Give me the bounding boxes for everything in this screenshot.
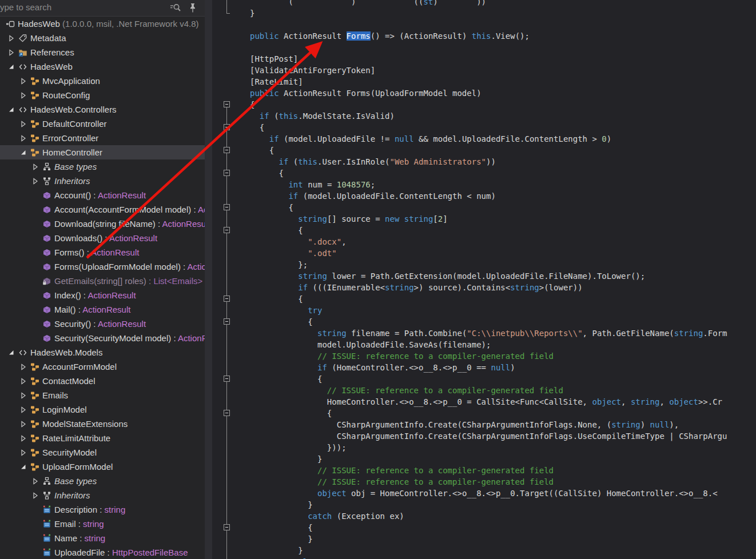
fold-collapse-marker[interactable]: [224, 170, 230, 176]
expander-collapsed-icon[interactable]: [19, 448, 30, 457]
code-line[interactable]: string lower = Path.GetExtension(model.U…: [212, 270, 756, 282]
fold-collapse-marker[interactable]: [224, 101, 230, 107]
code-line[interactable]: {: [212, 145, 756, 156]
code-line[interactable]: // ISSUE: reference to a compiler-genera…: [212, 385, 756, 396]
tree-item-name[interactable]: Name : string: [0, 531, 205, 545]
tree-item-hadesweb[interactable]: HadesWeb: [0, 59, 205, 74]
code-line[interactable]: }: [212, 545, 756, 556]
pin-icon[interactable]: [186, 2, 199, 14]
expander-collapsed-icon[interactable]: [19, 362, 30, 372]
code-line[interactable]: {: [212, 99, 756, 110]
code-line[interactable]: else: [212, 556, 756, 559]
code-line[interactable]: try: [212, 305, 756, 316]
tree-item-loginmodel[interactable]: LoginModel: [0, 402, 205, 417]
expander-expanded-icon[interactable]: [7, 105, 18, 114]
fold-collapse-marker[interactable]: [224, 524, 230, 530]
code-line[interactable]: string[] source = new string[2]: [212, 213, 756, 225]
tree-item-accountformmodel[interactable]: AccountFormModel: [0, 360, 205, 374]
expander-collapsed-icon[interactable]: [7, 34, 18, 43]
search-options-icon[interactable]: [169, 2, 182, 14]
expander-collapsed-icon[interactable]: [31, 477, 42, 486]
pane-splitter[interactable]: [205, 0, 212, 559]
tree-item-account[interactable]: Account() : ActionResult: [0, 188, 205, 202]
tree-item-inheritors[interactable]: Inheritors: [0, 174, 205, 188]
tree-item-emails[interactable]: Emails: [0, 388, 205, 402]
fold-collapse-marker[interactable]: [224, 318, 230, 325]
tree-item-homecontroller[interactable]: HomeController: [0, 145, 205, 159]
code-line[interactable]: }: [212, 453, 756, 465]
expander-expanded-icon[interactable]: [19, 462, 30, 472]
code-line[interactable]: [HttpPost]: [212, 53, 756, 65]
tree-item-errorcontroller[interactable]: ErrorController: [0, 131, 205, 145]
code-line[interactable]: if (model.UploadedFile != null && model.…: [212, 133, 756, 145]
fold-collapse-marker[interactable]: [224, 227, 230, 233]
code-line[interactable]: }));: [212, 442, 756, 453]
tree-item-hadesweb[interactable]: HadesWeb (1.0.0.0, msil, .Net Framework …: [0, 17, 205, 31]
tree-item-account-accountformmodel-model[interactable]: Account(AccountFormModel model) : Action…: [0, 202, 205, 217]
code-line[interactable]: ".docx",: [212, 236, 756, 247]
expander-collapsed-icon[interactable]: [31, 177, 42, 186]
code-line[interactable]: string filename = Path.Combine("C:\\inet…: [212, 328, 756, 339]
tree-item-metadata[interactable]: Metadata: [0, 31, 205, 45]
tree-item-securitymodel[interactable]: SecurityModel: [0, 445, 205, 460]
tree-item-modelstateextensions[interactable]: ModelStateExtensions: [0, 417, 205, 431]
expander-collapsed-icon[interactable]: [19, 119, 30, 129]
expander-collapsed-icon[interactable]: [19, 434, 30, 443]
tree-item-contactmodel[interactable]: ContactModel: [0, 374, 205, 388]
expander-collapsed-icon[interactable]: [19, 77, 30, 86]
code-line[interactable]: // ISSUE: reference to a compiler-genera…: [212, 465, 756, 476]
tree-item-forms-uploadformmodel-model[interactable]: Forms(UploadFormModel model) : ActionRes…: [0, 259, 205, 274]
code-line[interactable]: if (model.UploadedFile.ContentLength < n…: [212, 190, 756, 202]
tree-item-references[interactable]: References: [0, 45, 205, 59]
code-line[interactable]: {: [212, 202, 756, 213]
expander-collapsed-icon[interactable]: [19, 91, 30, 100]
code-line[interactable]: object obj = HomeController.<>o__8.<>p__…: [212, 488, 756, 499]
tree-item-getemails-string-roles[interactable]: GetEmails(string[] roles) : List<Emails>: [0, 274, 205, 288]
tree-item-hadesweb-models[interactable]: HadesWeb.Models: [0, 345, 205, 360]
tree-item-email[interactable]: Email : string: [0, 517, 205, 531]
code-line[interactable]: if (this.User.IsInRole("Web Administrato…: [212, 156, 756, 167]
tree-item-download-string-filename[interactable]: Download(string fileName) : ActionResult: [0, 217, 205, 231]
code-line[interactable]: {: [212, 522, 756, 533]
code-line[interactable]: // ISSUE: reference to a compiler-genera…: [212, 476, 756, 488]
tree-item-uploadformmodel[interactable]: UploadFormModel: [0, 460, 205, 474]
expander-expanded-icon[interactable]: [7, 62, 18, 71]
tree-item-mvcapplication[interactable]: MvcApplication: [0, 74, 205, 88]
expander-collapsed-icon[interactable]: [7, 48, 18, 57]
expander-collapsed-icon[interactable]: [19, 391, 30, 400]
expander-collapsed-icon[interactable]: [19, 377, 30, 386]
code-line[interactable]: HomeController.<>o__8.<>p__0 = CallSite<…: [212, 396, 756, 408]
tree-item-hadesweb-controllers[interactable]: HadesWeb.Controllers: [0, 102, 205, 117]
fold-collapse-marker[interactable]: [224, 410, 230, 416]
code-line[interactable]: {: [212, 408, 756, 419]
code-line[interactable]: if (((IEnumerable<string>) source).Conta…: [212, 282, 756, 293]
tree-item-security-securitymodel-model[interactable]: Security(SecurityModel model) : ActionRe…: [0, 331, 205, 345]
fold-collapse-marker[interactable]: [224, 147, 230, 153]
tree-item-base-types[interactable]: Base types: [0, 159, 205, 174]
code-line[interactable]: if (HomeController.<>o__8.<>p__0 == null…: [212, 362, 756, 373]
code-line[interactable]: {: [212, 167, 756, 179]
tree-item-defaultcontroller[interactable]: DefaultController: [0, 117, 205, 131]
search-input[interactable]: ype to search: [0, 2, 51, 12]
tree-item-inheritors[interactable]: Inheritors: [0, 488, 205, 502]
tree-item-downloads[interactable]: Downloads() : ActionResult: [0, 231, 205, 245]
expander-collapsed-icon[interactable]: [19, 420, 30, 429]
tree-item-ratelimitattribute[interactable]: RateLimitAttribute: [0, 431, 205, 445]
code-line[interactable]: [ValidateAntiForgeryToken]: [212, 65, 756, 76]
code-line[interactable]: {: [212, 293, 756, 305]
code-line[interactable]: }: [212, 499, 756, 510]
code-line[interactable]: ".odt": [212, 247, 756, 259]
code-line[interactable]: catch (Exception ex): [212, 510, 756, 522]
code-line[interactable]: CSharpArgumentInfo.Create(CSharpArgument…: [212, 419, 756, 430]
code-line[interactable]: int num = 1048576;: [212, 179, 756, 190]
code-line[interactable]: }: [212, 533, 756, 545]
code-line[interactable]: };: [212, 259, 756, 270]
code-line[interactable]: [212, 42, 756, 53]
fold-collapse-marker[interactable]: [224, 204, 230, 210]
expander-expanded-icon[interactable]: [19, 148, 30, 157]
expander-collapsed-icon[interactable]: [19, 134, 30, 143]
code-editor[interactable]: ( ) ((st) ))}public ActionResult Forms()…: [212, 0, 756, 559]
code-line[interactable]: model.UploadedFile.SaveAs(filename);: [212, 339, 756, 350]
code-line[interactable]: {: [212, 316, 756, 328]
tree-item-routeconfig[interactable]: RouteConfig: [0, 88, 205, 102]
